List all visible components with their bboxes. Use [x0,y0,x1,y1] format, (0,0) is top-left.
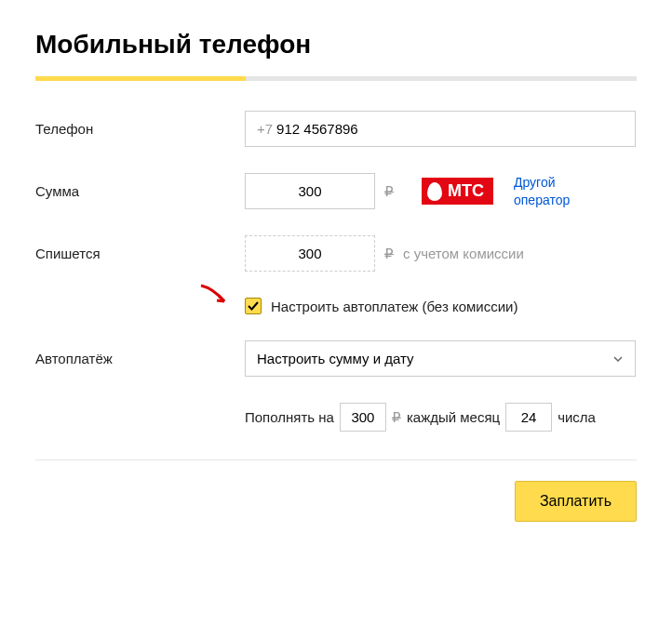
submit-row: Заплатить [35,481,637,522]
phone-prefix: +7 [257,121,273,137]
ruble-icon: ₽ [384,183,394,200]
autopay-prefix: Пополнять на [245,409,334,425]
ruble-icon: ₽ [392,409,401,426]
amount-row: Сумма 300 ₽ МТС Другой оператор [35,173,637,209]
operator-logo: МТС [422,178,493,205]
amount-input[interactable]: 300 [245,173,375,209]
autopay-row: Автоплатёж Настроить сумму и дату [35,340,637,377]
phone-row: Телефон +7912 4567896 [35,111,637,147]
autopay-label: Автоплатёж [35,351,245,366]
autopay-amount-input[interactable] [340,403,386,432]
charged-input: 300 [245,235,375,272]
change-operator-link[interactable]: Другой оператор [514,174,579,207]
autopay-mid: каждый месяц [407,409,500,425]
autopay-select-value: Настроить сумму и дату [257,351,414,366]
autopay-detail-row: Пополнять на ₽ каждый месяц числа [245,403,637,432]
progress-fill [35,76,246,81]
amount-label: Сумма [35,183,245,199]
progress-bar [35,76,637,81]
autopay-checkbox-row: Настроить автоплатеж (без комиссии) [245,298,637,314]
autopay-day-input[interactable] [505,403,552,432]
phone-label: Телефон [35,121,245,137]
phone-value: 912 4567896 [276,121,358,137]
mts-egg-icon [427,182,442,201]
page-title: Мобильный телефон [35,30,637,60]
ruble-icon: ₽ [384,246,394,262]
operator-name: МТС [448,181,484,201]
checkmark-icon [247,299,260,312]
submit-button[interactable]: Заплатить [515,481,637,522]
arrow-icon [196,281,234,309]
autopay-checkbox-label: Настроить автоплатеж (без комиссии) [271,299,517,314]
divider [35,459,637,460]
autopay-checkbox[interactable] [245,298,262,314]
charged-label: Спишется [35,246,245,261]
phone-input[interactable]: +7912 4567896 [245,111,636,147]
charged-hint: с учетом комиссии [403,246,524,261]
charged-row: Спишется 300 ₽ с учетом комиссии [35,235,637,272]
chevron-down-icon [612,353,624,365]
autopay-suffix: числа [558,409,596,425]
autopay-select[interactable]: Настроить сумму и дату [245,340,636,377]
